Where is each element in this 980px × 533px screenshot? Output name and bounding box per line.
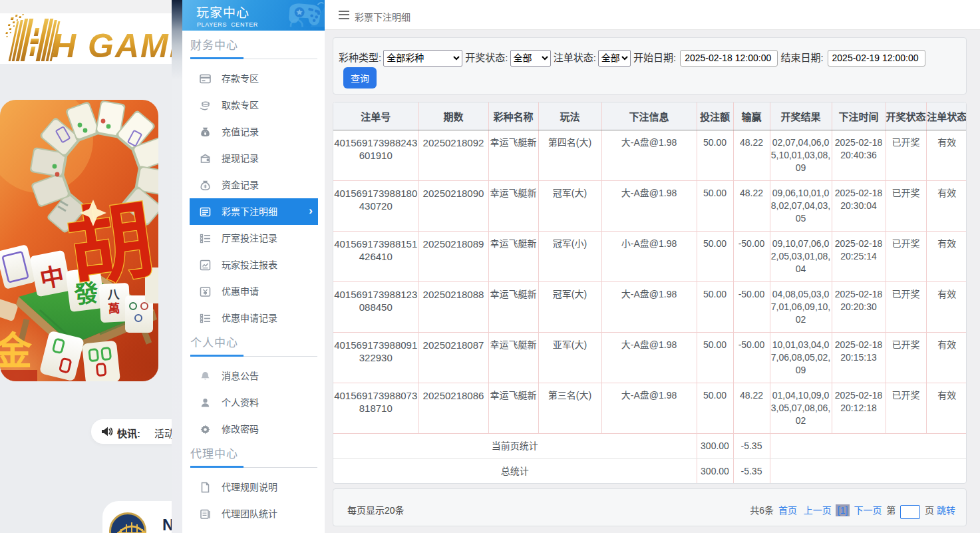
svg-text:中: 中 (38, 262, 67, 293)
svg-text:萬: 萬 (108, 302, 120, 316)
svg-text:金: 金 (0, 329, 33, 373)
svg-text:胡: 胡 (62, 192, 158, 297)
svg-text:H GAME: H GAME (52, 27, 172, 64)
